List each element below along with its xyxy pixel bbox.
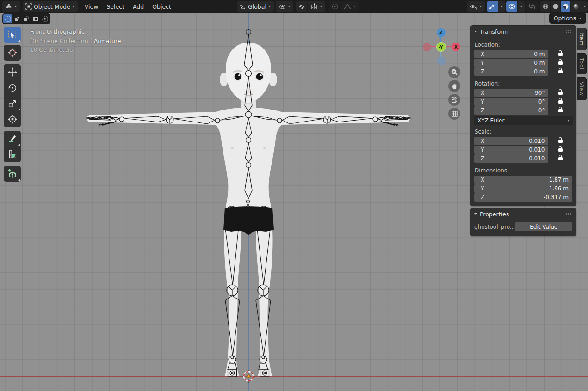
tab-item[interactable]: Item xyxy=(577,28,587,50)
transform-panel-header[interactable]: Transform xyxy=(470,26,576,37)
sidebar-tabs: Item Tool View xyxy=(577,28,587,100)
gizmo-axis-x[interactable]: X xyxy=(452,43,460,51)
gizmo-axis-y-neg[interactable]: -Y xyxy=(436,42,446,52)
select-mode-set[interactable] xyxy=(3,14,12,23)
shading-wireframe-button[interactable] xyxy=(540,1,550,12)
options-dropdown[interactable]: Options xyxy=(549,13,586,24)
shading-rendered-button[interactable] xyxy=(571,1,581,12)
tool-annotate[interactable] xyxy=(4,131,21,147)
mode-dropdown[interactable]: Object Mode xyxy=(23,1,78,12)
tab-tool[interactable]: Tool xyxy=(577,53,587,74)
menu-bar: View Select Add Object xyxy=(80,3,175,10)
tool-select-box[interactable] xyxy=(4,27,21,43)
menu-select[interactable]: Select xyxy=(102,3,129,10)
snap-with-dropdown[interactable] xyxy=(308,1,325,12)
panel-drag-handle[interactable] xyxy=(566,212,572,216)
tool-rotate[interactable] xyxy=(4,80,21,96)
select-mode-subtract[interactable] xyxy=(22,14,31,23)
lock-icon[interactable] xyxy=(558,148,563,152)
lock-icon[interactable] xyxy=(558,109,563,112)
snap-toggle[interactable] xyxy=(296,1,307,12)
show-overlays-toggle[interactable] xyxy=(506,1,517,12)
tool-cursor[interactable] xyxy=(4,45,21,61)
pivot-point-dropdown[interactable] xyxy=(276,1,293,12)
scale-x-field[interactable]: X0.010 xyxy=(474,137,548,145)
rendered-sphere-icon xyxy=(573,3,579,10)
viewport-header: Object Mode View Select Add Object Globa… xyxy=(0,0,588,13)
menu-view[interactable]: View xyxy=(80,3,103,10)
global-orientation-icon xyxy=(240,3,246,10)
proportional-falloff-dropdown[interactable] xyxy=(341,1,359,12)
gizmos-group xyxy=(487,1,505,12)
lock-icon[interactable] xyxy=(558,100,563,104)
gizmo-dropdown[interactable] xyxy=(498,1,505,12)
move-icon xyxy=(7,67,18,77)
hand-icon xyxy=(451,83,458,90)
wireframe-sphere-icon xyxy=(542,3,549,10)
select-mode-intersect[interactable] xyxy=(40,14,49,23)
tab-view[interactable]: View xyxy=(577,77,587,100)
lock-icon[interactable] xyxy=(558,157,563,160)
shading-material-button[interactable] xyxy=(561,1,570,12)
xray-toggle[interactable] xyxy=(526,1,538,12)
tool-scale[interactable] xyxy=(4,96,21,111)
dimensions-y-field[interactable]: Y1.96 m xyxy=(474,184,572,193)
dimensions-y-row: Y1.96 m xyxy=(474,184,572,193)
properties-panel-header[interactable]: Properties xyxy=(470,208,576,220)
shading-solid-button[interactable] xyxy=(551,1,560,12)
gizmo-axis-z-neg[interactable] xyxy=(437,57,446,65)
location-x-field[interactable]: X0 m xyxy=(474,50,548,58)
tool-add-cube[interactable] xyxy=(4,166,21,182)
tool-move[interactable] xyxy=(4,64,21,80)
lock-icon[interactable] xyxy=(558,61,563,65)
location-z-row: Z0 m xyxy=(474,67,572,76)
menu-add[interactable]: Add xyxy=(129,3,148,10)
ortho-toggle-button[interactable] xyxy=(448,108,460,120)
rotation-z-row: Z0° xyxy=(474,106,572,115)
tool-measure[interactable] xyxy=(4,147,21,162)
navigation-gizmo[interactable]: Z X -Y xyxy=(425,28,463,67)
lock-icon[interactable] xyxy=(558,70,563,73)
transform-orientation-dropdown[interactable]: Global xyxy=(237,1,274,12)
visibility-eye-icon xyxy=(470,3,477,10)
scale-z-field[interactable]: Z0.010 xyxy=(474,154,548,163)
location-z-field[interactable]: Z0 m xyxy=(474,67,548,76)
zoom-button[interactable] xyxy=(448,66,460,78)
scale-y-field[interactable]: Y0.010 xyxy=(474,146,548,154)
proportional-edit-toggle[interactable] xyxy=(329,1,340,12)
gizmo-axis-x-neg[interactable] xyxy=(423,43,431,51)
menu-object[interactable]: Object xyxy=(148,3,175,10)
camera-view-button[interactable] xyxy=(448,94,460,106)
overlays-dropdown[interactable] xyxy=(518,1,525,12)
property-name: ghostool_pro... xyxy=(474,224,515,230)
select-mode-extend[interactable] xyxy=(12,14,21,23)
rotation-mode-dropdown[interactable]: XYZ Euler xyxy=(474,116,573,125)
pan-button[interactable] xyxy=(448,80,460,92)
dimensions-x-field[interactable]: X1.87 m xyxy=(474,176,572,184)
location-y-field[interactable]: Y0 m xyxy=(474,59,548,67)
edit-value-button[interactable]: Edit Value xyxy=(515,222,572,231)
increment-snap-icon xyxy=(310,3,318,10)
gizmo-axis-z[interactable]: Z xyxy=(437,28,446,37)
lock-icon[interactable] xyxy=(558,140,563,143)
rotation-z-field[interactable]: Z0° xyxy=(474,106,548,115)
lock-icon[interactable] xyxy=(558,92,563,95)
editor-type-button[interactable] xyxy=(2,1,20,12)
select-mode-invert[interactable] xyxy=(31,14,40,23)
lock-icon[interactable] xyxy=(558,53,563,56)
rotation-y-field[interactable]: Y0° xyxy=(474,98,548,106)
dimensions-x-row: X1.87 m xyxy=(474,176,572,184)
location-label: Location: xyxy=(475,42,572,48)
panel-drag-handle[interactable] xyxy=(566,30,572,34)
show-gizmo-toggle[interactable] xyxy=(487,1,498,12)
object-visibility-dropdown[interactable] xyxy=(467,1,485,12)
measure-icon xyxy=(7,149,18,159)
panel-title: Transform xyxy=(480,28,508,35)
gizmo-icon xyxy=(489,3,495,10)
3d-viewport-editor-icon xyxy=(5,3,12,10)
tool-transform[interactable] xyxy=(4,111,21,127)
xray-icon xyxy=(529,3,535,10)
shading-dropdown[interactable] xyxy=(581,1,588,12)
dimensions-z-field[interactable]: Z-0.317 m xyxy=(474,193,572,202)
rotation-x-field[interactable]: X90° xyxy=(474,89,548,97)
